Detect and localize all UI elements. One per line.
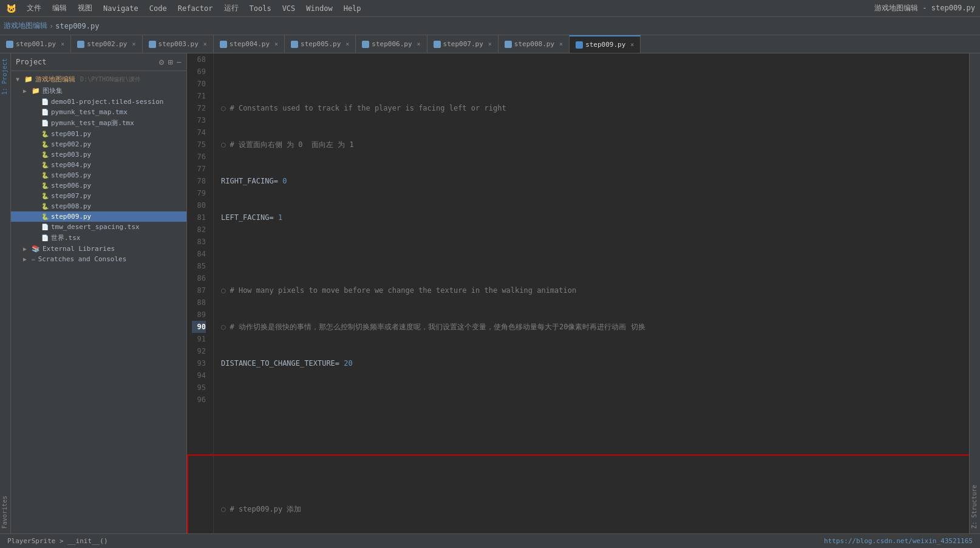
tab-step005[interactable]: step005.py × — [285, 35, 356, 53]
red-border-annotation — [187, 454, 969, 533]
status-bar: PlayerSprite > __init__() https://blog.c… — [0, 533, 980, 548]
file-icon: 📄 — [41, 235, 49, 241]
tree-root-path: D:\PYTHON编程\课件 — [80, 75, 141, 84]
tree-item-label: 世界.tsx — [51, 233, 81, 242]
panel-settings-icon[interactable]: ⚙ — [159, 57, 164, 67]
status-right: https://blog.csdn.net/weixin_43521165 — [824, 537, 973, 545]
tree-file-step004[interactable]: 🐍 step004.py — [11, 160, 186, 170]
tree-file-step006[interactable]: 🐍 step006.py — [11, 180, 186, 191]
py-file-icon: 🐍 — [41, 203, 49, 210]
tree-item-label: step002.py — [51, 140, 91, 148]
tree-item-label: step006.py — [51, 182, 91, 190]
file-icon: 📄 — [41, 98, 49, 105]
arrow-icon: ▼ — [16, 76, 22, 83]
menu-window[interactable]: Window — [301, 2, 337, 15]
vtab-favorites[interactable]: Favorites — [0, 491, 10, 533]
tab-step008[interactable]: step008.py × — [499, 35, 570, 53]
right-panel: Z: Structure — [969, 53, 980, 533]
tree-file-pymunk-tmx[interactable]: 📄 pymunk_test_map.tmx — [11, 107, 186, 117]
py-file-icon: 🐍 — [41, 172, 49, 179]
tree-file-world[interactable]: 📄 世界.tsx — [11, 232, 186, 244]
tree-item-label: pymunk_test_map.tmx — [51, 108, 128, 116]
code-line-71: LEFT_FACING = 1 — [221, 211, 969, 224]
tree-item-label: step004.py — [51, 161, 91, 169]
folder-icon: 📁 — [32, 87, 40, 95]
code-line-77: ◯ # step009.py 添加 — [221, 503, 969, 515]
menu-tools[interactable]: Tools — [245, 2, 276, 15]
tree-item-label: step005.py — [51, 171, 91, 179]
tree-file-step003[interactable]: 🐍 step003.py — [11, 149, 186, 160]
left-vertical-tabs: 1: Project Favorites — [0, 53, 11, 533]
arrow-icon: ▶ — [23, 256, 29, 262]
tree-file-step008[interactable]: 🐍 step008.py — [11, 201, 186, 211]
tab-step009[interactable]: step009.py × — [570, 35, 641, 53]
code-editor[interactable]: 68 69 70 71 72 73 74 75 76 77 78 79 80 8… — [187, 53, 969, 533]
py-file-icon: 🐍 — [41, 162, 49, 168]
window-title: 游戏地图编辑 - step009.py — [874, 3, 975, 13]
menu-run[interactable]: 运行 — [219, 1, 243, 15]
tab-step006[interactable]: step006.py × — [356, 35, 427, 53]
tree-item-label: 图块集 — [43, 86, 63, 95]
tree-file-step007[interactable]: 🐍 step007.py — [11, 191, 186, 201]
menu-navigate[interactable]: Navigate — [98, 2, 143, 15]
vtab-structure[interactable]: Z: Structure — [970, 480, 980, 533]
menu-file[interactable]: 文件 — [22, 1, 46, 15]
code-line-73: ◯ # How many pixels to move before we ch… — [221, 284, 969, 296]
py-file-icon: 🐍 — [41, 131, 49, 137]
project-folder-icon: 📁 — [24, 75, 33, 83]
tree-external-libs[interactable]: ▶ 📚 External Libraries — [11, 244, 186, 254]
code-line-75: DISTANCE_TO_CHANGE_TEXTURE = 20 — [221, 357, 969, 369]
tree-item-label: step007.py — [51, 192, 91, 200]
tree-file-step002[interactable]: 🐍 step002.py — [11, 139, 186, 149]
menu-refactor[interactable]: Refactor — [173, 2, 218, 15]
arrow-icon: ▶ — [23, 245, 29, 252]
breadcrumb-file[interactable]: step009.py — [55, 22, 99, 30]
tree-file-pymunk-tmx-cn[interactable]: 📄 pymunk_test_map测.tmx — [11, 117, 186, 129]
project-tree: ▼ 📁 游戏地图编辑 D:\PYTHON编程\课件 ▶ 📁 图块集 📄 demo… — [11, 71, 186, 533]
tree-file-step005[interactable]: 🐍 step005.py — [11, 170, 186, 180]
tree-root[interactable]: ▼ 📁 游戏地图编辑 D:\PYTHON编程\课件 — [11, 74, 186, 85]
panel-layout-icon[interactable]: ⊞ — [168, 57, 172, 67]
code-line-72 — [221, 248, 969, 260]
vtab-project[interactable]: 1: Project — [0, 53, 10, 100]
file-icon: 📄 — [41, 120, 49, 126]
code-content[interactable]: ◯ # Constants used to track if the playe… — [214, 53, 969, 533]
tree-file-demo01[interactable]: 📄 demo01-project.tiled-session — [11, 97, 186, 107]
arrow-icon: ▶ — [23, 87, 29, 94]
py-file-icon: 🐍 — [41, 193, 49, 199]
tree-item-label: demo01-project.tiled-session — [51, 98, 163, 106]
file-icon: 📄 — [41, 224, 49, 230]
project-panel: Project ⚙ ⊞ − ▼ 📁 游戏地图编辑 D:\PYTHON编程\课件 … — [11, 53, 187, 533]
py-file-icon: 🐍 — [41, 213, 49, 220]
tab-step003[interactable]: step003.py × — [143, 35, 214, 53]
menu-bar: 🐱 文件 编辑 视图 Navigate Code Refactor 运行 Too… — [0, 0, 980, 17]
panel-header: Project ⚙ ⊞ − — [11, 53, 186, 71]
breadcrumb-project[interactable]: 游戏地图编辑 — [4, 21, 47, 31]
tab-step007[interactable]: step007.py × — [427, 35, 499, 53]
menu-edit[interactable]: 编辑 — [47, 1, 72, 15]
py-file-icon: 🐍 — [41, 182, 49, 189]
status-url[interactable]: https://blog.csdn.net/weixin_43521165 — [824, 537, 973, 545]
menu-view[interactable]: 视图 — [73, 1, 97, 15]
tree-item-label: step001.py — [51, 130, 91, 138]
menu-code[interactable]: Code — [145, 2, 172, 15]
menu-help[interactable]: Help — [339, 2, 366, 15]
code-line-70: RIGHT_FACING = 0 — [221, 175, 969, 187]
tab-step001[interactable]: step001.py × — [0, 35, 71, 53]
tree-file-step009[interactable]: 🐍 step009.py — [11, 211, 186, 222]
code-line-68: ◯ # Constants used to track if the playe… — [221, 102, 969, 114]
tree-file-tmw[interactable]: 📄 tmw_desert_spacing.tsx — [11, 222, 186, 232]
code-container[interactable]: 68 69 70 71 72 73 74 75 76 77 78 79 80 8… — [187, 53, 969, 533]
py-file-icon: 🐍 — [41, 141, 49, 148]
tree-scratches[interactable]: ▶ ✏ Scratches and Consoles — [11, 254, 186, 264]
panel-minimize-icon[interactable]: − — [177, 57, 182, 67]
tree-folder-tileset[interactable]: ▶ 📁 图块集 — [11, 85, 186, 97]
status-breadcrumb: PlayerSprite > __init__() — [7, 537, 108, 545]
tab-step002[interactable]: step002.py × — [71, 35, 142, 53]
tree-file-step001[interactable]: 🐍 step001.py — [11, 129, 186, 139]
menu-vcs[interactable]: VCS — [277, 2, 301, 15]
panel-title: Project — [16, 58, 155, 66]
tree-item-label: step008.py — [51, 202, 91, 210]
main-layout: 1: Project Favorites Project ⚙ ⊞ − ▼ 📁 游… — [0, 53, 980, 533]
tab-step004[interactable]: step004.py × — [214, 35, 285, 53]
